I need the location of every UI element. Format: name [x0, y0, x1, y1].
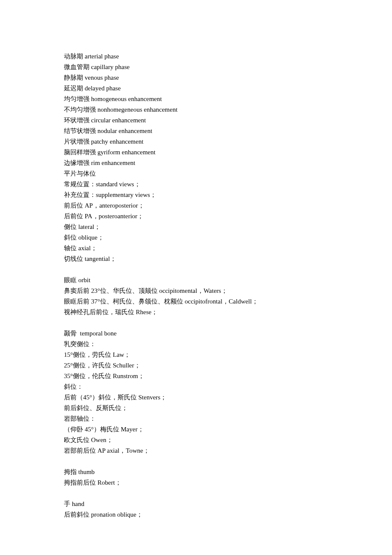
text-line: 35°侧位，伦氏位 Runstrom； [64, 371, 328, 382]
text-line: 25°侧位，许氏位 Schuller； [64, 360, 328, 371]
blank-line [64, 264, 328, 275]
text-line: 微血管期 capillary phase [64, 62, 328, 72]
text-line: 边缘增强 rim enhancement [64, 158, 328, 168]
text-line: 后前斜位 pronation oblique； [64, 509, 328, 520]
text-line: 脑回样增强 gyriform enhancement [64, 147, 328, 158]
text-line: 乳突侧位： [64, 339, 328, 350]
blank-line [64, 318, 328, 328]
text-line: 平片与体位 [64, 168, 328, 179]
text-line: 手 hand [64, 499, 328, 509]
section-temporal-bone: 颞骨 temporal bone 乳突侧位： 15°侧位，劳氏位 Law； 25… [64, 328, 328, 456]
text-line: 颞骨 temporal bone [64, 328, 328, 339]
text-line: 常规位置：standard views； [64, 179, 328, 190]
text-line: 欧文氏位 Owen； [64, 435, 328, 445]
text-line: 切线位 tangential； [64, 254, 328, 264]
text-line: 后前位 PA，posteroanterior； [64, 211, 328, 222]
text-line: 15°侧位，劳氏位 Law； [64, 350, 328, 360]
text-line: 斜位 oblique； [64, 232, 328, 243]
text-line: 岩部轴位： [64, 413, 328, 424]
text-line: 均匀增强 homogeneous enhancement [64, 94, 328, 104]
text-line: 补充位置：supplementary views； [64, 190, 328, 200]
text-line: 眼眶后前 37°位、柯氏位、鼻颌位、枕额位 occipitofrontal，Ca… [64, 296, 328, 307]
text-line: 延迟期 delayed phase [64, 83, 328, 94]
section-hand: 手 hand 后前斜位 pronation oblique； [64, 499, 328, 520]
text-line: 拇指前后位 Robert； [64, 477, 328, 488]
text-line: 片状增强 patchy enhancement [64, 136, 328, 147]
text-line: （仰卧 45°）梅氏位 Mayer； [64, 424, 328, 435]
text-line: 眼眶 orbit [64, 275, 328, 286]
blank-line [64, 456, 328, 467]
text-line: 静脉期 venous phase [64, 72, 328, 83]
text-line: 岩部前后位 AP axial，Towne； [64, 445, 328, 456]
section-enhancement-phases: 动脉期 arterial phase 微血管期 capillary phase … [64, 51, 328, 264]
text-line: 轴位 axial； [64, 243, 328, 254]
section-orbit: 眼眶 orbit 鼻窦后前 23°位、华氏位、顶颏位 occipitomenta… [64, 275, 328, 318]
blank-line [64, 488, 328, 499]
text-line: 拇指 thumb [64, 467, 328, 477]
text-line: 结节状增强 nodular enhancement [64, 126, 328, 136]
text-line: 鼻窦后前 23°位、华氏位、顶颏位 occipitomental，Waters； [64, 286, 328, 296]
text-line: 不均匀增强 nonhomegeneous enhancement [64, 104, 328, 115]
text-line: 后前（45°）斜位，斯氏位 Stenvers； [64, 392, 328, 403]
text-line: 前后位 AP，anteroposterior； [64, 200, 328, 211]
text-line: 动脉期 arterial phase [64, 51, 328, 62]
section-thumb: 拇指 thumb 拇指前后位 Robert； [64, 467, 328, 488]
text-line: 侧位 lateral； [64, 222, 328, 232]
text-line: 视神经孔后前位，瑞氏位 Rhese； [64, 307, 328, 318]
text-line: 前后斜位、反斯氏位； [64, 403, 328, 413]
document-page: 动脉期 arterial phase 微血管期 capillary phase … [0, 0, 392, 555]
text-line: 斜位： [64, 382, 328, 392]
text-line: 环状增强 circular enhancement [64, 115, 328, 126]
